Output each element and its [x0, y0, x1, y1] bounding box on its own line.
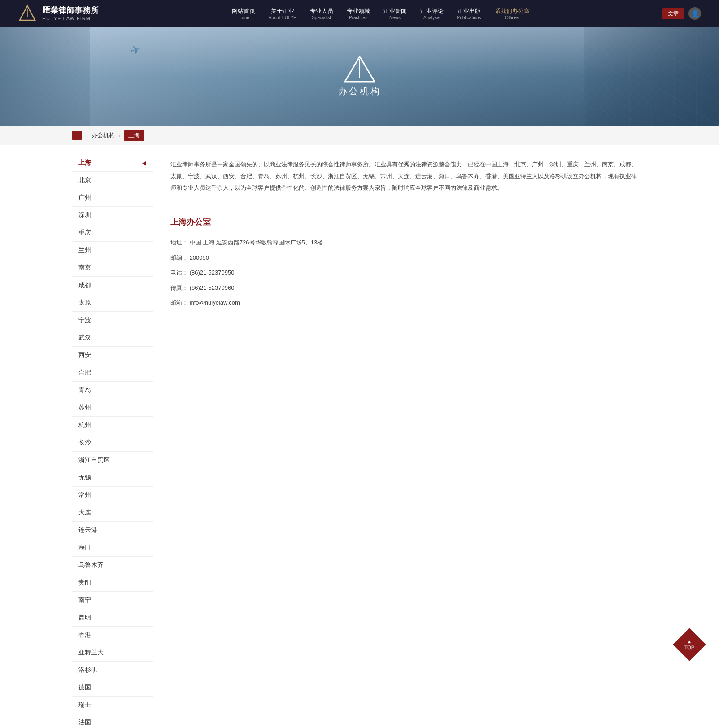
sidebar-label-taiyuan: 太原: [78, 299, 91, 307]
nav-about-cn: 关于汇业: [269, 7, 296, 15]
phone-label: 电话：: [170, 269, 188, 276]
sidebar-label-zjftz: 浙江自贸区: [78, 456, 110, 464]
nav-practices[interactable]: 专业领域 Practices: [347, 7, 370, 20]
nav-news-en: News: [383, 15, 407, 20]
sidebar-item-wuxi[interactable]: 无锡: [72, 469, 153, 487]
sidebar-item-shanghai[interactable]: 上海 ◀: [72, 154, 153, 172]
sidebar-item-hangzhou[interactable]: 杭州: [72, 417, 153, 434]
nav-news[interactable]: 汇业新闻 News: [383, 7, 407, 20]
sidebar-label-hangzhou: 杭州: [78, 421, 91, 429]
phone-value: (86)21-52370950: [190, 269, 235, 276]
content-intro: 汇业律师事务所是一家全国领先的、以商业法律服务见长的综合性律师事务所。汇业具有优…: [170, 159, 638, 203]
breadcrumb-sep-1: ›: [86, 132, 87, 139]
nav-analysis-en: Analysis: [420, 15, 444, 20]
sidebar-item-nanning[interactable]: 南宁: [72, 592, 153, 609]
sidebar-item-kunming[interactable]: 昆明: [72, 609, 153, 627]
sidebar-label-hongkong: 香港: [78, 631, 91, 639]
sidebar-item-guangzhou[interactable]: 广州: [72, 189, 153, 207]
sidebar-item-haikou[interactable]: 海口: [72, 539, 153, 557]
sidebar-item-atlanta[interactable]: 亚特兰大: [72, 644, 153, 662]
sidebar-label-switzerland: 瑞士: [78, 701, 91, 709]
nav-home-cn: 网站首页: [232, 7, 255, 15]
plane-icon: ✈: [128, 42, 142, 59]
sidebar-label-wuhan: 武汉: [78, 334, 91, 342]
sidebar-item-qingdao[interactable]: 青岛: [72, 382, 153, 399]
sidebar-item-chengdu[interactable]: 成都: [72, 277, 153, 294]
logo-icon: [18, 4, 37, 23]
sidebar-label-guiyang: 贵阳: [78, 579, 91, 587]
sidebar-item-wuhan[interactable]: 武汉: [72, 329, 153, 347]
back-to-top-text: ▲ TOP: [684, 639, 694, 650]
sidebar-item-guiyang[interactable]: 贵阳: [72, 574, 153, 592]
sidebar-label-germany: 德国: [78, 684, 91, 692]
sidebar: 上海 ◀ 北京 广州 深圳 重庆 兰州 南京 成都 太原 宁波 武汉: [72, 154, 153, 728]
breadcrumb-offices[interactable]: 办公机构: [92, 131, 115, 139]
phone-row: 电话： (86)21-52370950: [170, 266, 638, 279]
content-area: 汇业律师事务所是一家全国领先的、以商业法律服务见长的综合性律师事务所。汇业具有优…: [161, 154, 647, 728]
sidebar-label-la: 洛杉矶: [78, 666, 97, 674]
sidebar-label-atlanta: 亚特兰大: [78, 649, 104, 657]
sidebar-label-dalian: 大连: [78, 509, 91, 517]
sidebar-label-kunming: 昆明: [78, 614, 91, 622]
nav-home[interactable]: 网站首页 Home: [232, 7, 255, 20]
nav-analysis-cn: 汇业评论: [420, 7, 444, 15]
nav-practices-en: Practices: [347, 15, 370, 20]
breadcrumb-home[interactable]: ⌂: [72, 131, 82, 140]
top-line1: ▲: [684, 639, 694, 645]
sidebar-label-hefei: 合肥: [78, 369, 91, 377]
sidebar-item-germany[interactable]: 德国: [72, 679, 153, 697]
main-nav: 网站首页 Home 关于汇业 About HUI YE 专业人员 Special…: [232, 7, 530, 20]
nav-offices-en: Offices: [495, 15, 530, 20]
sidebar-item-suzhou[interactable]: 苏州: [72, 399, 153, 417]
sidebar-item-lanzhou[interactable]: 兰州: [72, 242, 153, 259]
email-label: 邮箱：: [170, 299, 188, 306]
nav-offices[interactable]: 系我们办公室 Offices: [495, 7, 530, 20]
sidebar-item-france[interactable]: 法国: [72, 714, 153, 728]
sidebar-item-chongqing[interactable]: 重庆: [72, 224, 153, 242]
sidebar-item-changsha[interactable]: 长沙: [72, 434, 153, 452]
logo-cn: 匯業律師事務所: [42, 6, 99, 16]
sidebar-label-guangzhou: 广州: [78, 194, 91, 202]
sidebar-label-nanning: 南宁: [78, 596, 91, 604]
sidebar-item-switzerland[interactable]: 瑞士: [72, 697, 153, 714]
svg-line-6: [652, 27, 719, 36]
nav-publications[interactable]: 汇业出版 Publications: [457, 7, 481, 20]
logo-area: 匯業律師事務所 HUI YE LAW FIRM: [18, 4, 99, 23]
sidebar-item-xian[interactable]: 西安: [72, 347, 153, 364]
sidebar-item-la[interactable]: 洛杉矶: [72, 662, 153, 679]
nav-specialist[interactable]: 专业人员 Specialist: [310, 7, 333, 20]
sidebar-item-hongkong[interactable]: 香港: [72, 627, 153, 644]
nav-about[interactable]: 关于汇业 About HUI YE: [269, 7, 296, 20]
sidebar-label-nanjing: 南京: [78, 264, 91, 272]
sidebar-item-ningbo[interactable]: 宁波: [72, 312, 153, 329]
sidebar-item-lianyungang[interactable]: 连云港: [72, 522, 153, 539]
hero-logo: [344, 56, 375, 83]
hero-title: 办公机构: [338, 85, 381, 97]
svg-line-4: [607, 27, 719, 81]
sidebar-item-urumqi[interactable]: 乌鲁木齐: [72, 557, 153, 574]
user-icon-button[interactable]: 👤: [688, 7, 701, 20]
sidebar-label-changsha: 长沙: [78, 439, 91, 447]
sidebar-label-lanzhou: 兰州: [78, 246, 91, 254]
sidebar-label-urumqi: 乌鲁木齐: [78, 561, 104, 569]
sidebar-label-ningbo: 宁波: [78, 316, 91, 324]
sidebar-item-dalian[interactable]: 大连: [72, 504, 153, 522]
sidebar-item-taiyuan[interactable]: 太原: [72, 294, 153, 312]
building-left: [0, 27, 90, 126]
sidebar-item-hefei[interactable]: 合肥: [72, 364, 153, 382]
breadcrumb-current[interactable]: 上海: [124, 130, 144, 141]
lang-button[interactable]: 文章: [662, 8, 684, 19]
sidebar-item-changzhou[interactable]: 常州: [72, 487, 153, 504]
building-grid: [562, 27, 719, 126]
sidebar-item-nanjing[interactable]: 南京: [72, 259, 153, 277]
logo-text: 匯業律師事務所 HUI YE LAW FIRM: [42, 6, 99, 21]
breadcrumb: ⌂ › 办公机构 › 上海: [0, 126, 719, 145]
nav-specialist-cn: 专业人员: [310, 7, 333, 15]
nav-publications-cn: 汇业出版: [457, 7, 481, 15]
sidebar-item-shenzhen[interactable]: 深圳: [72, 207, 153, 224]
nav-analysis[interactable]: 汇业评论 Analysis: [420, 7, 444, 20]
sidebar-item-zjftz[interactable]: 浙江自贸区: [72, 452, 153, 469]
postcode-value: 200050: [190, 254, 209, 261]
nav-news-cn: 汇业新闻: [383, 7, 407, 15]
sidebar-item-beijing[interactable]: 北京: [72, 172, 153, 189]
